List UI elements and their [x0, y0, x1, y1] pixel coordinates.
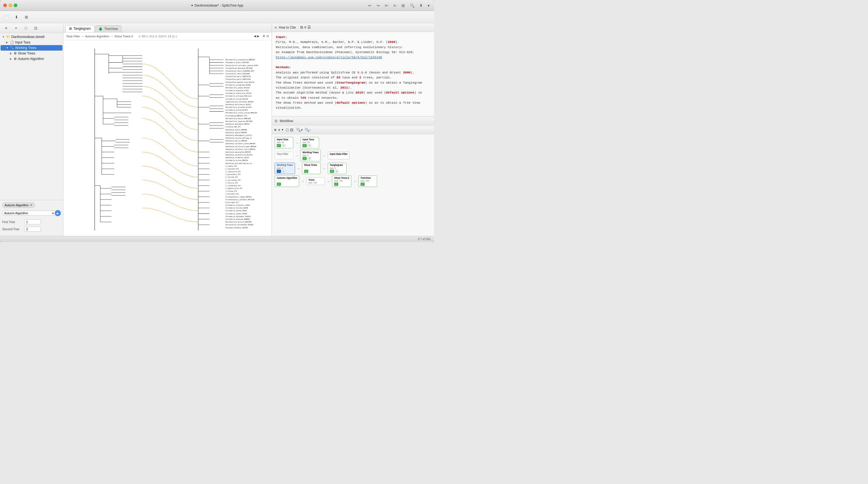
wf-add-btn-1[interactable]: + — [282, 144, 285, 148]
sidebar-view2-icon[interactable]: ⊡ — [32, 24, 40, 32]
sidebar-item-show-trees[interactable]: ▶ ⚙ Show Trees — [1, 51, 62, 56]
tab-tanglegram[interactable]: ⊞ Tanglegram — [65, 25, 94, 32]
font-larger-button[interactable]: A+ — [384, 3, 390, 8]
toggle-icon: ▶ — [10, 58, 14, 60]
svg-text:Chionochloa_hapalotricha_ML571: Chionochloa_hapalotricha_ML5715 — [226, 82, 254, 83]
sidebar-add-icon[interactable]: + — [12, 24, 20, 32]
wf-add-btn-6[interactable]: + — [335, 170, 339, 173]
search-button[interactable]: 🔍 — [409, 3, 415, 8]
svg-text:Pentaschistis_airoides_jugorum: Pentaschistis_airoides_jugorum_GG81 — [226, 65, 258, 67]
workflow-zoom-out-icon[interactable]: 🔍- — [305, 128, 311, 132]
sidebar-menu-icon[interactable]: ≡ — [2, 24, 10, 32]
algo-select-row: Autumn Algorithm ▾ ▶ — [2, 210, 61, 216]
sidebar-item-root[interactable]: ▼ 📁 Danthonioideae.stree6 — [1, 34, 62, 40]
svg-text:Merxmuellera_arundinacea_NPB10: Merxmuellera_arundinacea_NPB1017 — [226, 59, 255, 61]
algo-run-button[interactable]: ▶ — [55, 210, 61, 216]
algo-tag-remove-button[interactable]: ✕ — [30, 203, 32, 207]
redo-button[interactable]: ↪ — [375, 3, 381, 8]
undo-button[interactable]: ↩ — [367, 3, 373, 8]
workflow-copy-icon[interactable]: □ — [286, 128, 288, 132]
gear-icon: 🔧 — [10, 46, 14, 50]
cite-format-button[interactable]: ☰ — [307, 25, 311, 30]
cite-panel-title: How to Cite — [279, 26, 296, 29]
settings-icon[interactable]: ⊡ — [267, 34, 269, 38]
workflow-paste-icon[interactable]: ⊡ — [290, 128, 293, 132]
svg-text:Danthonia_domingensis_G12173: Danthonia_domingensis_G12173 — [226, 134, 252, 136]
second-tree-input[interactable] — [24, 227, 41, 231]
window-title: ✦ Danthonioideae* - SplitsTree App — [191, 4, 243, 7]
grid-view-icon[interactable]: ⊞ — [23, 13, 30, 21]
svg-text:Printhanthesis_paradoxa_HPL563: Printhanthesis_paradoxa_HPL5638 — [226, 199, 254, 201]
svg-text:Cortaderia_richardii_G3816: Cortaderia_richardii_G3816 — [226, 204, 250, 206]
wf-check-btn-1[interactable]: ✓ — [277, 144, 281, 148]
algo-select-dropdown[interactable]: Autumn Algorithm — [2, 211, 56, 216]
algo-tag: Autumn Algorithm ✕ — [2, 202, 35, 208]
svg-text:Danthonia_spicata_Kellogg_sn: Danthonia_spicata_Kellogg_sn — [226, 137, 252, 139]
wf-check-btn-6[interactable]: ✓ — [330, 170, 334, 173]
minimize-button[interactable] — [8, 4, 12, 7]
workflow-add-chevron-icon[interactable]: ▾ — [282, 128, 283, 131]
right-panel: ≡ How to Cite ⧉ ≡ ☰ Input: Pirie, M.D., … — [272, 23, 434, 236]
toggle-icon: ▶ — [10, 52, 14, 55]
maximize-button[interactable] — [14, 4, 17, 7]
toggle-icon: ▼ — [2, 35, 6, 38]
cite-copy-button[interactable]: ⧉ — [300, 25, 303, 30]
workflow-panel-header: ⊡ Workflow — [272, 117, 434, 125]
wf-check-btn-9[interactable]: ✓ — [361, 183, 365, 186]
nav-next-icon[interactable]: ▶ — [257, 34, 259, 38]
status-bar: 0.7 of 20G — [0, 236, 434, 242]
workflow-menu-icon[interactable]: ≡ — [274, 128, 276, 132]
first-tree-input[interactable] — [24, 220, 41, 224]
svg-text:C_nitida_ITS: C_nitida_ITS — [226, 190, 237, 192]
svg-text:Danthonia_secundiflora_ML1617: Danthonia_secundiflora_ML1617 — [226, 154, 252, 156]
download-icon[interactable]: ⬇ — [13, 13, 20, 21]
svg-text:Merxmuellera_jubata_ML1515: Merxmuellera_jubata_ML1515 — [226, 87, 250, 89]
svg-text:Chionochloa_macra_CHR475418: Chionochloa_macra_CHR475418 — [226, 78, 251, 80]
sidebar-item-autumn-algorithm[interactable]: ▶ ⚙ Autumn Algorithm — [1, 56, 62, 62]
cite-input-text: Pirie, M.D., Humphreys, A.M., Barker, N.… — [276, 40, 414, 59]
sidebar-item-input-taxa[interactable]: ▶ 📋 Input Taxa — [1, 40, 62, 45]
wf-node-autumn-algorithm: Autumn Algorithm ✓ — [275, 175, 300, 187]
wf-check-btn-7[interactable]: ✓ — [277, 183, 281, 186]
titlebar: ✦ Danthonioideae* - SplitsTree App ↩ ↪ A… — [0, 0, 434, 11]
wf-check-btn-8[interactable]: ✓ — [334, 183, 338, 186]
wf-check-btn-3[interactable]: ✓ — [303, 157, 307, 160]
svg-text:Danthonia_californica_amer_MDP: Danthonia_californica_amer_MDP330 — [226, 146, 256, 148]
wf-check-btn-2[interactable]: ✓ — [303, 144, 307, 148]
svg-text:Merxmuellera_cincta_sercea_NPB: Merxmuellera_cincta_sercea_NPB1545 — [226, 112, 257, 114]
tab-treeview[interactable]: 🌲 TreeView — [95, 25, 122, 32]
breadcrumb-sep2: → — [111, 35, 113, 38]
svg-text:Danthonia_alpina_MDP481: Danthonia_alpina_MDP481 — [226, 132, 247, 134]
cite-header-actions: ⧉ ≡ ☰ — [300, 25, 311, 30]
workflow-add-icon[interactable]: + — [278, 128, 280, 132]
share-button[interactable]: ⬆ — [418, 3, 424, 8]
second-tree-label: Second Tree — [2, 227, 24, 231]
svg-text:Cortaderia_pilosa_MDP345: Cortaderia_pilosa_MDP345 — [226, 160, 248, 161]
font-smaller-button[interactable]: A- — [393, 3, 398, 8]
svg-text:C_araucana_ITS: C_araucana_ITS — [226, 168, 239, 170]
wf-check-btn-5[interactable]: ✓ — [304, 170, 308, 173]
breadcrumb-show-trees: Show Trees-2 — [115, 35, 133, 38]
sidebar-view1-icon[interactable]: □ — [22, 24, 30, 32]
workflow-zoom-in-icon[interactable]: 🔍+ — [296, 128, 303, 132]
svg-text:Cortaderia_splendens_G10872: Cortaderia_splendens_G10872 — [226, 216, 251, 218]
adjust-icon[interactable]: ⚙ — [262, 34, 265, 38]
wf-arrow-5: → — [322, 167, 326, 170]
new-file-icon[interactable]: 📄 — [3, 13, 10, 21]
breadcrumb-autumn: Autumn Algorithm — [85, 35, 109, 38]
wf-node-input-taxa-1: Input Taxa size: 83 ✓ + — [275, 137, 293, 149]
tree-view-area[interactable]: Merxmuellera_arundinacea_NPB1017 Pentame… — [63, 40, 272, 236]
wf-add-btn-4[interactable]: + — [282, 170, 285, 173]
wf-check-btn-4[interactable]: ✓ — [277, 170, 281, 173]
wf-add-btn-3[interactable]: + — [308, 157, 311, 160]
close-button[interactable] — [3, 4, 7, 7]
more-button[interactable]: ▾ — [427, 3, 431, 8]
workflow-title: Workflow — [280, 119, 293, 123]
cite-list-button[interactable]: ≡ — [304, 25, 306, 30]
sidebar-item-working-trees[interactable]: ▼ 🔧 Working Trees — [1, 45, 62, 51]
wf-add-btn-2[interactable]: + — [308, 144, 311, 148]
view-toggle-button[interactable]: ⊞ — [400, 3, 406, 8]
cite-doi-link[interactable]: https://academic.oup.com/sysbio/article/… — [276, 56, 382, 59]
nav-prev-icon[interactable]: ◀ — [254, 34, 256, 38]
svg-text:Cortaderia_toetoe_G5043: Cortaderia_toetoe_G5043 — [226, 210, 247, 212]
